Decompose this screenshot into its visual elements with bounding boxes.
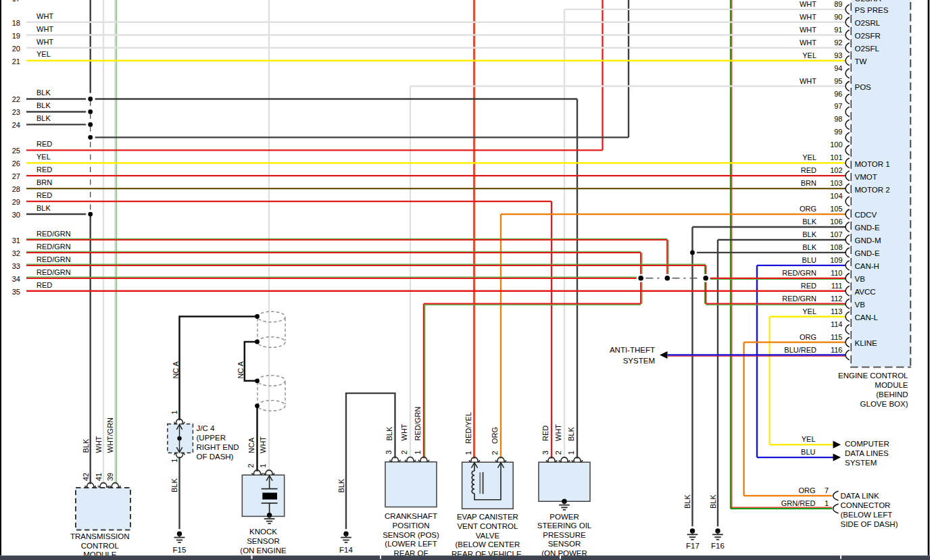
svg-text:RED: RED <box>801 166 816 174</box>
svg-text:ORG: ORG <box>800 205 816 213</box>
svg-text:112: 112 <box>831 295 843 303</box>
svg-text:CAN-L: CAN-L <box>855 313 879 322</box>
svg-text:SYSTEM: SYSTEM <box>623 357 655 365</box>
svg-text:90: 90 <box>834 13 842 21</box>
svg-text:WHT: WHT <box>800 39 816 47</box>
svg-text:WHT: WHT <box>800 0 816 8</box>
svg-text:RED/GRN: RED/GRN <box>782 269 816 277</box>
svg-text:3: 3 <box>541 451 549 455</box>
svg-text:KLINE: KLINE <box>855 339 878 347</box>
svg-text:WHT: WHT <box>800 77 816 85</box>
svg-text:WHT: WHT <box>95 436 103 453</box>
svg-text:GRN/RED: GRN/RED <box>781 499 816 507</box>
svg-text:WHT/GRN: WHT/GRN <box>106 417 114 453</box>
svg-text:O2SFL: O2SFL <box>855 45 880 53</box>
svg-text:AVCC: AVCC <box>855 288 876 296</box>
svg-text:WHT: WHT <box>554 424 562 441</box>
svg-text:VB: VB <box>855 301 866 309</box>
svg-text:1: 1 <box>567 451 575 455</box>
svg-text:28: 28 <box>12 185 20 193</box>
svg-text:ORG: ORG <box>491 427 499 444</box>
svg-text:VMOT: VMOT <box>855 173 877 181</box>
svg-text:100: 100 <box>830 141 842 149</box>
svg-text:116: 116 <box>831 346 843 354</box>
svg-text:NC A: NC A <box>172 361 180 378</box>
svg-text:89: 89 <box>834 0 842 8</box>
svg-text:1: 1 <box>259 463 267 467</box>
svg-text:WHT: WHT <box>36 38 53 46</box>
svg-text:RED/GRN: RED/GRN <box>782 295 816 303</box>
svg-text:O2SRA: O2SRA <box>855 0 881 3</box>
svg-text:BLK: BLK <box>802 243 816 251</box>
svg-text:BRN: BRN <box>801 179 816 187</box>
svg-text:109: 109 <box>830 256 842 264</box>
svg-text:O2SFR: O2SFR <box>855 32 881 40</box>
svg-text:25: 25 <box>12 147 20 155</box>
svg-text:BLK: BLK <box>802 218 816 226</box>
svg-text:RED: RED <box>36 140 52 148</box>
svg-text:1: 1 <box>170 459 178 463</box>
svg-text:(BELOW LEFT: (BELOW LEFT <box>841 511 893 519</box>
svg-text:GND-E: GND-E <box>855 224 880 232</box>
svg-text:F14: F14 <box>339 546 353 554</box>
svg-text:96: 96 <box>834 90 842 98</box>
svg-text:3: 3 <box>385 451 393 455</box>
svg-text:BLU: BLU <box>801 448 815 456</box>
svg-text:(LOWER LEFT: (LOWER LEFT <box>385 540 437 548</box>
svg-text:MODULE: MODULE <box>875 381 908 389</box>
svg-text:(BELOW CENTER: (BELOW CENTER <box>455 540 520 549</box>
svg-text:RED/GRN: RED/GRN <box>36 255 71 263</box>
svg-text:23: 23 <box>12 108 20 116</box>
svg-text:WHT: WHT <box>400 424 408 440</box>
svg-text:20: 20 <box>12 45 20 53</box>
svg-text:F17: F17 <box>686 542 700 550</box>
svg-text:1: 1 <box>464 451 472 455</box>
svg-text:GLOVE BOX): GLOVE BOX) <box>860 400 908 408</box>
svg-text:TRANSMISSION: TRANSMISSION <box>70 532 130 540</box>
svg-text:RED: RED <box>541 426 549 441</box>
svg-text:CDCV: CDCV <box>855 211 877 219</box>
svg-text:J/C 4: J/C 4 <box>197 424 215 432</box>
svg-text:110: 110 <box>831 269 843 277</box>
svg-text:MOTOR 1: MOTOR 1 <box>855 160 890 168</box>
svg-text:26: 26 <box>12 159 20 168</box>
svg-text:97: 97 <box>834 102 842 110</box>
svg-text:1: 1 <box>825 499 829 507</box>
svg-text:29: 29 <box>12 198 20 206</box>
svg-text:BLK: BLK <box>170 478 178 492</box>
svg-text:32: 32 <box>12 249 20 257</box>
svg-text:98: 98 <box>834 115 842 123</box>
svg-text:RED/GRN: RED/GRN <box>36 243 71 251</box>
svg-text:WHT: WHT <box>36 25 53 33</box>
svg-text:BLK: BLK <box>709 494 717 509</box>
svg-text:115: 115 <box>831 333 843 341</box>
svg-text:42: 42 <box>82 473 90 481</box>
svg-text:KNOCK: KNOCK <box>249 528 277 536</box>
svg-text:CRANKSHAFT: CRANKSHAFT <box>385 512 437 520</box>
svg-text:BLK: BLK <box>36 204 51 212</box>
svg-text:SYSTEM: SYSTEM <box>845 459 877 467</box>
svg-text:24: 24 <box>12 121 20 129</box>
svg-text:GND-M: GND-M <box>855 236 881 245</box>
svg-text:21: 21 <box>12 57 20 66</box>
svg-text:WHT: WHT <box>800 13 816 21</box>
svg-text:MOTOR 2: MOTOR 2 <box>855 186 890 194</box>
svg-text:BLK: BLK <box>82 438 90 453</box>
svg-text:F16: F16 <box>711 542 725 550</box>
svg-text:CAN-H: CAN-H <box>855 262 879 270</box>
svg-text:2: 2 <box>247 463 255 467</box>
svg-text:114: 114 <box>831 320 843 328</box>
svg-text:YEL: YEL <box>802 307 816 315</box>
svg-text:7: 7 <box>825 486 829 494</box>
svg-text:BLK: BLK <box>36 88 51 97</box>
svg-text:PS PRES: PS PRES <box>855 6 889 14</box>
svg-text:33: 33 <box>12 262 20 270</box>
svg-text:35: 35 <box>12 288 20 296</box>
svg-text:YEL: YEL <box>802 51 816 59</box>
svg-text:RED/YEL: RED/YEL <box>464 412 472 444</box>
svg-text:2: 2 <box>400 451 408 455</box>
svg-text:WHT: WHT <box>259 436 267 453</box>
svg-text:17: 17 <box>12 0 20 3</box>
svg-text:ORG: ORG <box>798 486 815 494</box>
svg-text:RED: RED <box>801 282 816 290</box>
